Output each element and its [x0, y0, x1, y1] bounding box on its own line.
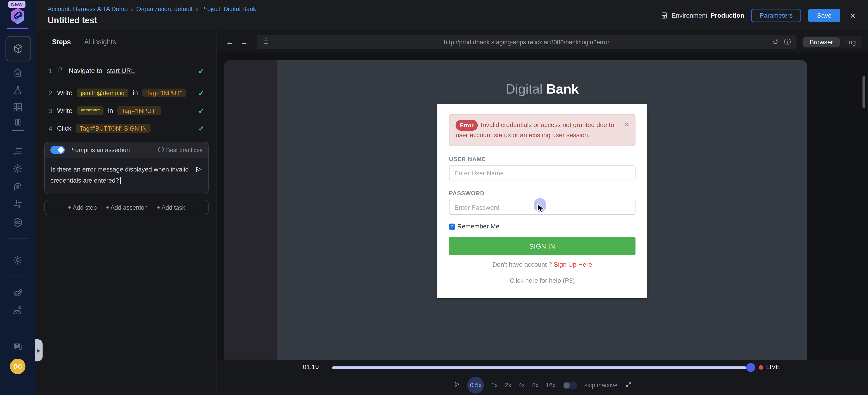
steps-tab-bar: Steps AI insights: [35, 32, 217, 53]
harness-logo-icon[interactable]: [9, 7, 26, 25]
add-assertion-button[interactable]: + Add assertion: [105, 204, 148, 211]
speed-1x[interactable]: 1x: [491, 382, 498, 389]
step-action: Navigate to: [69, 67, 102, 74]
speed-8x[interactable]: 8x: [532, 382, 538, 389]
speed-16x[interactable]: 16x: [546, 382, 555, 389]
info-icon[interactable]: ⓘ: [784, 37, 791, 47]
sidebar-item-home[interactable]: [12, 67, 23, 78]
breadcrumb: Account: Harness AITA Demo › Organizatio…: [48, 5, 256, 12]
sidebar-item-project-settings[interactable]: [12, 255, 23, 266]
grid-icon: [12, 102, 23, 113]
assertion-toggle-label: Prompt is an assertion: [69, 147, 130, 153]
environment-value: Production: [711, 12, 744, 19]
checklist-icon: [12, 145, 23, 157]
sidebar-item-module-active[interactable]: [5, 36, 31, 62]
remember-checkbox[interactable]: ✓: [449, 224, 455, 230]
svg-text:?: ?: [16, 343, 18, 347]
skip-inactive-toggle[interactable]: [563, 382, 577, 389]
step-row-1[interactable]: 1 Navigate to start URL ✓: [49, 64, 209, 77]
breadcrumb-project[interactable]: Project: Digital Bank: [201, 5, 256, 12]
live-dot-icon: [759, 365, 764, 370]
sidebar-item-lab[interactable]: [12, 85, 23, 96]
tab-browser[interactable]: Browser: [803, 37, 840, 47]
text-caret: [120, 177, 121, 184]
assertion-prompt-input[interactable]: Is there an error message displayed when…: [45, 158, 208, 194]
error-alert: ErrorInvalid credentials or access not g…: [449, 114, 636, 146]
sidebar-item-tests[interactable]: [12, 118, 23, 129]
top-header: Account: Harness AITA Demo › Organizatio…: [35, 0, 868, 32]
timeline-handle[interactable]: [746, 363, 755, 372]
sidebar-item-infra-config[interactable]: [12, 305, 23, 316]
live-label[interactable]: LIVE: [766, 364, 780, 370]
user-avatar[interactable]: DC: [10, 359, 26, 374]
tab-log[interactable]: Log: [840, 37, 862, 47]
refresh-icon[interactable]: ↺: [773, 37, 778, 47]
sign-in-button[interactable]: SIGN IN: [449, 237, 636, 255]
speed-2x[interactable]: 2x: [505, 382, 511, 389]
sidebar-item-env-config[interactable]: [12, 288, 23, 299]
expand-icon: [625, 381, 632, 388]
replay-viewport: Digital Bank ErrorInvalid credentials or…: [217, 53, 868, 360]
help-link[interactable]: Click here for help (P3): [449, 277, 636, 284]
assertion-prompt-text: Is there an error message displayed when…: [51, 166, 189, 184]
error-badge: Error: [456, 120, 478, 130]
new-badge: NEW: [8, 1, 26, 8]
add-task-button[interactable]: + Add task: [157, 204, 185, 211]
assertion-toggle[interactable]: [51, 146, 65, 154]
sidebar-item-grid[interactable]: [12, 102, 23, 113]
signup-link[interactable]: Sign Up Here: [554, 261, 592, 268]
sidebar-item-integrations[interactable]: [12, 199, 23, 210]
sidebar-item-assistant[interactable]: [12, 181, 23, 192]
forward-icon[interactable]: →: [237, 38, 251, 46]
environment-label: Environment: [672, 12, 707, 19]
step-target-badge: Tag="INPUT": [143, 89, 186, 97]
alert-close-icon[interactable]: ✕: [624, 120, 629, 130]
step-row-3[interactable]: 3 Write ******** in Tag="INPUT" ✓: [49, 104, 209, 117]
save-button[interactable]: Save: [808, 9, 840, 22]
add-step-button[interactable]: + Add step: [68, 204, 97, 211]
rail-divider: [6, 276, 29, 276]
fullscreen-button[interactable]: [625, 380, 632, 390]
steps-panel: Steps AI insights 1 Navigate to start UR…: [35, 32, 217, 395]
add-actions-row: + Add step + Add assertion + Add task: [44, 200, 209, 216]
step-action: Click: [57, 125, 71, 132]
sidebar-item-checklist[interactable]: [12, 145, 23, 157]
url-text: http://prod.dbank.staging-apps.relicx.ai…: [257, 39, 796, 45]
username-input[interactable]: [449, 166, 636, 180]
timeline-track[interactable]: [332, 366, 746, 369]
parameters-button[interactable]: Parameters: [751, 9, 801, 22]
browser-panel: ← → http://prod.dbank.staging-apps.relic…: [217, 32, 868, 395]
panel-expander-handle[interactable]: ▶: [35, 339, 42, 361]
url-bar[interactable]: http://prod.dbank.staging-apps.relicx.ai…: [257, 35, 796, 49]
step-row-4[interactable]: 4 Click Tag="BUTTON" SIGN IN ✓: [49, 122, 209, 135]
app-window: NEW: [0, 0, 868, 395]
viewport-scrollbar[interactable]: [863, 76, 865, 108]
breadcrumb-organization[interactable]: Organization: default: [136, 5, 193, 12]
url-actions: ↺ ⓘ: [773, 37, 791, 47]
speed-4x[interactable]: 4x: [519, 382, 525, 389]
tab-steps[interactable]: Steps: [52, 38, 71, 46]
play-button[interactable]: [453, 380, 460, 390]
active-module-indicator: [7, 28, 28, 29]
step-row-2[interactable]: 2 Write jsmith@demo.io in Tag="INPUT" ✓: [49, 86, 209, 100]
breadcrumb-account[interactable]: Account: Harness AITA Demo: [48, 5, 128, 12]
speed-0-5x[interactable]: 0.5x: [467, 377, 484, 393]
slack-icon: [12, 199, 23, 210]
best-practices[interactable]: ⓘ Best practices: [158, 146, 203, 154]
step-action: Write: [57, 89, 72, 97]
step-number: 2: [49, 90, 53, 96]
playback-controls: 0.5x 1x 2x 4x 8x 16x skip inactive: [217, 377, 868, 393]
help-chat-icon[interactable]: ?: [12, 341, 23, 353]
step-number: 1: [49, 68, 53, 74]
remember-me-row[interactable]: ✓ Remember Me: [449, 223, 636, 230]
close-icon[interactable]: ✕: [850, 11, 856, 20]
sidebar-item-settings[interactable]: [12, 163, 23, 174]
signup-text: Don't have account ?: [492, 261, 552, 268]
tab-ai-insights[interactable]: AI insights: [84, 38, 116, 46]
start-url-link[interactable]: start URL: [107, 67, 135, 74]
sidebar-item-pipelines[interactable]: [12, 217, 23, 228]
step-connector: in: [108, 107, 113, 114]
send-icon: [195, 165, 203, 173]
send-prompt-button[interactable]: [195, 165, 203, 173]
back-icon[interactable]: ←: [222, 38, 237, 46]
